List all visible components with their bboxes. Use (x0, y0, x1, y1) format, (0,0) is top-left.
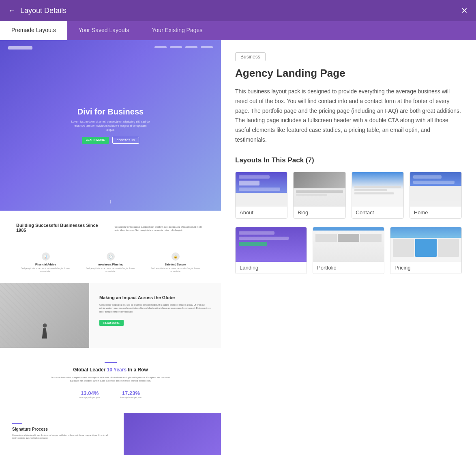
feature-1-icon: 📊 (42, 252, 50, 261)
stat-1-label: Average profit per year (79, 396, 100, 399)
preview-hero-sub: Lorem ipsum dolor sit amet, consectetur … (70, 120, 151, 132)
preview-features: 📊 Financial Advice Sed perspiciatis unde… (0, 246, 221, 283)
feature-2-icon: 🕐 (107, 252, 115, 261)
layout-label-home: Home (410, 207, 461, 218)
header-title: Layout Details (20, 6, 66, 15)
preview-section4: Global Leader 10 Years In a Row Duis aut… (0, 348, 221, 413)
pack-title: Layouts In This Pack (7) (235, 156, 462, 164)
preview-stat-1: 13.04% Average profit per year (79, 390, 100, 399)
preview-s3-title: Making an Impact Across the Globe (99, 295, 211, 300)
thumb-contact (352, 172, 403, 207)
preview-nav-link (201, 46, 213, 48)
preview-panel: Divi for Business Lorem ipsum dolor sit … (0, 40, 221, 455)
main-content: Divi for Business Lorem ipsum dolor sit … (0, 40, 476, 455)
header: ← Layout Details ✕ (0, 0, 476, 21)
feature-2-title: Investment Planning (81, 263, 140, 266)
preview-s5-right (124, 413, 221, 455)
preview-feature-3: 🔒 Safe And Secure Sed perspiciatis unde … (146, 252, 205, 273)
preview-s3-text: Consectetur adipiscing elit, sed do eius… (99, 303, 211, 313)
preview-wrapper: Divi for Business Lorem ipsum dolor sit … (0, 40, 221, 455)
preview-s5-title: Signature Process (12, 427, 111, 431)
preview-s2-text: Consectetur sint occaecat cupidatat non … (115, 225, 205, 232)
feature-3-icon: 🔒 (172, 252, 180, 261)
preview-hero-title: Divi for Business (77, 107, 144, 116)
layout-card-portfolio[interactable]: Portfolio (313, 227, 384, 274)
portfolio-mini-grid (313, 232, 384, 244)
feature-3-title: Safe And Secure (146, 263, 205, 266)
preview-s5-left: Signature Process Consectetur adipiscing… (0, 413, 124, 455)
preview-s5-text: Consectetur adipiscing elit, sed do eius… (12, 434, 111, 440)
preview-contact-btn: CONTACT US (112, 137, 139, 144)
blog-thumb-img (294, 172, 345, 188)
thumb-blog (294, 172, 345, 207)
thumb-home (410, 172, 461, 207)
preview-feature-1: 📊 Financial Advice Sed perspiciatis unde… (16, 252, 75, 273)
preview-section2: Building Successful Businesses Since 198… (0, 211, 221, 246)
layout-label-blog: Blog (294, 207, 345, 218)
thumb-landing (236, 227, 307, 262)
price-col-3 (438, 239, 459, 257)
preview-nav-logo (8, 46, 32, 50)
thumb-portfolio (313, 227, 384, 262)
price-col-1 (393, 239, 414, 257)
portfolio-block-3 (360, 234, 382, 242)
category-badge: Business (235, 52, 266, 61)
layout-card-blog[interactable]: Blog (293, 172, 345, 219)
preview-learn-btn: LEARN MORE (82, 137, 109, 144)
preview-readmore-btn: READ MORE (99, 320, 124, 326)
layout-label-landing: Landing (236, 262, 307, 274)
stat-2-num: 17.23% (120, 390, 142, 396)
preview-section3: Making an Impact Across the Globe Consec… (0, 283, 221, 348)
preview-stats: 13.04% Average profit per year 17.23% Av… (16, 390, 205, 399)
layout-card-about[interactable]: About (235, 172, 287, 219)
preview-s2-left: Building Successful Businesses Since 198… (16, 223, 107, 234)
tab-existing-pages[interactable]: Your Existing Pages (141, 21, 214, 40)
preview-hero: Divi for Business Lorem ipsum dolor sit … (0, 40, 221, 211)
tab-saved-layouts[interactable]: Your Saved Layouts (67, 21, 141, 40)
price-col-2-accent (415, 239, 436, 257)
layout-label-about: About (236, 207, 287, 218)
tab-premade-layouts[interactable]: Premade Layouts (0, 21, 67, 40)
feature-1-title: Financial Advice (16, 263, 75, 266)
back-icon[interactable]: ← (8, 6, 15, 15)
thumb-pricing (390, 227, 461, 262)
preview-nav-link (170, 46, 182, 48)
layouts-row1: About Blog Co (235, 172, 462, 219)
preview-s2-right: Consectetur sint occaecat cupidatat non … (115, 225, 205, 232)
header-left: ← Layout Details (8, 6, 66, 15)
preview-nav-link (154, 46, 167, 48)
layout-card-contact[interactable]: Contact (352, 172, 404, 219)
tabs-bar: Premade Layouts Your Saved Layouts Your … (0, 21, 476, 40)
preview-stat-2: 17.23% Average invest per year (120, 390, 142, 399)
portfolio-block-2 (338, 234, 359, 242)
preview-hero-buttons: LEARN MORE CONTACT US (82, 137, 139, 144)
thumb-about (236, 172, 287, 207)
stat-2-label: Average invest per year (120, 396, 142, 399)
preview-nav-links (154, 46, 213, 50)
feature-3-text: Sed perspiciatis unde omnis natus nulla … (146, 267, 205, 273)
preview-scroll-arrow: ↓ (109, 198, 112, 205)
close-icon[interactable]: ✕ (461, 6, 468, 15)
layout-label-portfolio: Portfolio (313, 262, 384, 274)
stat-1-num: 13.04% (79, 390, 100, 396)
preview-s3-content: Making an Impact Across the Globe Consec… (89, 283, 221, 348)
portfolio-block-1 (315, 234, 337, 242)
preview-s4-line (105, 362, 117, 363)
preview-feature-2: 🕐 Investment Planning Sed perspiciatis u… (81, 252, 140, 273)
preview-nav (0, 46, 221, 50)
preview-section5: Signature Process Consectetur adipiscing… (0, 413, 221, 455)
preview-s3-image (0, 283, 89, 348)
pricing-columns (390, 235, 461, 259)
feature-1-text: Sed perspiciatis unde omnis natus nulla … (16, 267, 75, 273)
layout-card-home[interactable]: Home (410, 172, 462, 219)
contact-thumb-rows (352, 184, 403, 197)
layout-card-landing[interactable]: Landing (235, 227, 307, 274)
layout-card-pricing[interactable]: Pricing (390, 227, 462, 274)
preview-s4-text: Duis aute irure dolor in reprehenderit i… (50, 376, 172, 383)
info-panel: Business Agency Landing Page This busine… (221, 40, 476, 455)
preview-s2-title: Building Successful Businesses Since 198… (16, 223, 107, 233)
preview-s5-line (12, 423, 22, 424)
layout-label-pricing: Pricing (390, 262, 461, 274)
layout-label-contact: Contact (352, 207, 403, 218)
layouts-row2: Landing Portfolio (235, 227, 462, 274)
